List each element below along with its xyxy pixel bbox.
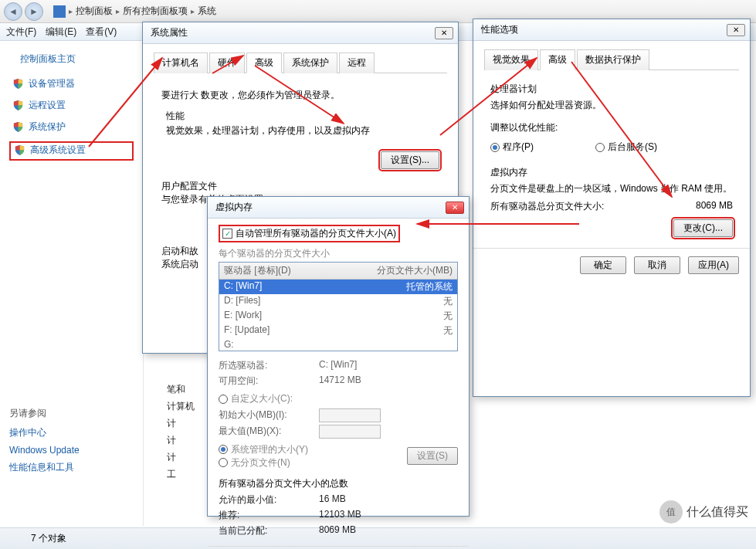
avail-value: 14712 MB	[319, 374, 361, 388]
vmem-title: 虚拟内存	[490, 166, 733, 179]
tab-系统保护[interactable]: 系统保护	[283, 53, 337, 73]
col-size: 分页文件大小(MB)	[377, 264, 453, 277]
breadcrumb[interactable]: ▸ 控制面板 ▸ 所有控制面板项 ▸ 系统	[53, 5, 216, 18]
breadcrumb-item[interactable]: 控制面板	[76, 5, 113, 18]
totals-title: 所有驱动器分页文件大小的总数	[219, 477, 458, 490]
sidebar-item-1[interactable]: 远程设置	[9, 98, 134, 113]
close-icon[interactable]: ✕	[446, 202, 464, 214]
radio-system-managed[interactable]: 系统管理的大小(Y)	[219, 443, 308, 456]
sched-desc: 选择如何分配处理器资源。	[490, 99, 733, 112]
dialog-footer: 确定 取消	[208, 546, 469, 549]
tabs: 计算机名硬件高级系统保护远程	[154, 52, 447, 73]
close-icon[interactable]: ✕	[435, 27, 453, 39]
drive-row[interactable]: C: [Win7]托管的系统	[219, 280, 457, 294]
chevron-right-icon: ▸	[116, 7, 120, 15]
rec-value: 12103 MB	[319, 509, 361, 522]
shield-icon	[12, 121, 24, 133]
menu-view[interactable]: 查看(V)	[86, 25, 117, 39]
nav-back-button[interactable]: ◄	[4, 2, 22, 21]
watermark-text: 什么值得买	[687, 504, 748, 520]
dialog-title: 性能选项	[481, 23, 518, 36]
radio-program[interactable]: 程序(P)	[490, 141, 534, 154]
cancel-button[interactable]: 取消	[634, 256, 680, 274]
dialog-titlebar[interactable]: 系统属性 ✕	[143, 22, 458, 44]
sidebar-link-2[interactable]: 性能信息和工具	[9, 461, 134, 474]
virtual-memory-dialog: 虚拟内存 ✕ ✓ 自动管理所有驱动器的分页文件大小(A) 每个驱动器的分页文件大…	[207, 196, 470, 517]
avail-label: 可用空间:	[219, 374, 311, 388]
tab-远程[interactable]: 远程	[339, 53, 375, 73]
chevron-right-icon: ▸	[69, 7, 73, 15]
dialog-titlebar[interactable]: 性能选项 ✕	[473, 19, 750, 41]
profile-title: 用户配置文件	[161, 180, 439, 193]
auto-manage-row: ✓ 自动管理所有驱动器的分页文件大小(A)	[219, 225, 400, 242]
chevron-right-icon: ▸	[191, 7, 195, 15]
drive-row[interactable]: D: [Files]无	[219, 294, 457, 309]
radio-no-paging[interactable]: 无分页文件(N)	[219, 456, 290, 469]
sidebar-item-label: 远程设置	[29, 99, 66, 112]
drive-row[interactable]: G:	[219, 338, 457, 351]
shield-icon	[12, 78, 24, 90]
min-label: 允许的最小值:	[219, 493, 311, 507]
selected-drive-value: C: [Win7]	[319, 359, 357, 372]
sidebar-item-2[interactable]: 系统保护	[9, 120, 134, 134]
tab-视觉效果[interactable]: 视觉效果	[484, 49, 538, 70]
adjust-label: 调整以优化性能:	[490, 121, 733, 134]
sidebar-item-label: 系统保护	[29, 120, 66, 134]
apply-button[interactable]: 应用(A)	[688, 256, 739, 274]
watermark-icon: 值	[659, 500, 683, 524]
sidebar-item-label: 设备管理器	[29, 77, 75, 90]
cur-value: 8069 MB	[319, 524, 356, 537]
nav-forward-button[interactable]: ►	[25, 2, 43, 21]
close-icon[interactable]: ✕	[727, 24, 745, 36]
menu-file[interactable]: 文件(F)	[6, 25, 36, 39]
ok-button[interactable]: 确定	[580, 256, 626, 274]
drive-row[interactable]: E: [Work]无	[219, 309, 457, 324]
watermark: 值 什么值得买	[652, 496, 756, 527]
performance-options-dialog: 性能选项 ✕ 视觉效果高级数据执行保护 处理器计划 选择如何分配处理器资源。 调…	[473, 19, 751, 397]
tab-高级[interactable]: 高级	[540, 49, 575, 70]
perf-desc: 视觉效果，处理器计划，内存使用，以及虚拟内存	[161, 124, 439, 137]
sidebar-item-3[interactable]: 高级系统设置	[9, 141, 134, 161]
sidebar-link-0[interactable]: 操作中心	[9, 426, 134, 439]
admin-note: 要进行大 数更改，您必须作为管理员登录。	[161, 89, 439, 102]
shield-icon	[12, 100, 24, 111]
control-panel-icon	[53, 5, 66, 18]
shield-icon	[14, 144, 25, 156]
max-size-label: 最大值(MB)(X):	[219, 425, 311, 439]
tab-数据执行保护[interactable]: 数据执行保护	[577, 49, 649, 70]
radio-custom-size[interactable]: 自定义大小(C):	[219, 392, 293, 405]
set-button[interactable]: 设置(S)	[407, 447, 458, 465]
vmem-total-value: 8069 MB	[696, 200, 733, 213]
sidebar-link-1[interactable]: Windows Update	[9, 445, 134, 456]
tab-高级[interactable]: 高级	[246, 53, 282, 73]
tab-计算机名[interactable]: 计算机名	[154, 53, 208, 73]
sidebar-item-label: 高级系统设置	[30, 144, 86, 157]
dialog-title: 系统属性	[151, 26, 188, 39]
tab-硬件[interactable]: 硬件	[209, 53, 245, 73]
col-drive: 驱动器 [卷标](D)	[224, 264, 291, 277]
vmem-change-button[interactable]: 更改(C)...	[673, 219, 733, 237]
rec-label: 推荐:	[219, 509, 311, 522]
max-size-input	[319, 425, 381, 439]
breadcrumb-item[interactable]: 所有控制面板项	[123, 5, 188, 18]
sidebar-item-0[interactable]: 设备管理器	[9, 76, 134, 91]
menu-edit[interactable]: 编辑(E)	[46, 25, 76, 39]
vmem-desc: 分页文件是硬盘上的一块区域，Windows 当作 RAM 使用。	[490, 182, 733, 195]
dialog-footer: 确定 取消 应用(A)	[473, 248, 750, 282]
each-drive-label: 每个驱动器的分页文件大小	[219, 247, 458, 260]
status-text: 7 个对象	[31, 533, 66, 544]
selected-drive-label: 所选驱动器:	[219, 359, 311, 372]
breadcrumb-item[interactable]: 系统	[198, 5, 216, 18]
min-value: 16 MB	[319, 493, 346, 507]
auto-manage-label: 自动管理所有驱动器的分页文件大小(A)	[236, 227, 396, 240]
drive-list[interactable]: 驱动器 [卷标](D) 分页文件大小(MB) C: [Win7]托管的系统D: …	[219, 262, 458, 351]
perf-settings-button[interactable]: 设置(S)...	[381, 151, 439, 169]
dialog-titlebar[interactable]: 虚拟内存 ✕	[208, 197, 469, 219]
auto-manage-checkbox[interactable]: ✓	[222, 229, 232, 239]
radio-background[interactable]: 后台服务(S)	[595, 141, 657, 154]
sidebar-title[interactable]: 控制面板主页	[9, 53, 134, 66]
drive-row[interactable]: F: [Update]无	[219, 324, 457, 338]
sidebar: 控制面板主页 设备管理器远程设置系统保护高级系统设置 另请参阅 操作中心Wind…	[0, 41, 143, 491]
init-size-label: 初始大小(MB)(I):	[219, 408, 311, 422]
init-size-input	[319, 408, 381, 422]
